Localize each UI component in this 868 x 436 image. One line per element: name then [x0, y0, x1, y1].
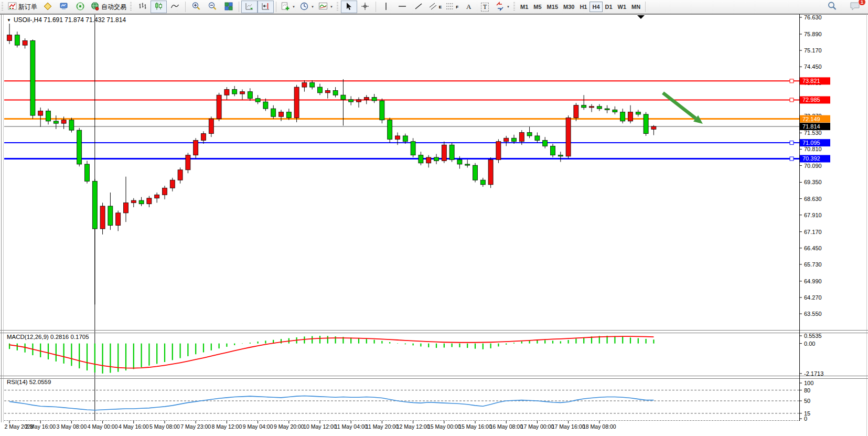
toolbar-gripper[interactable] [130, 2, 132, 12]
timeframe-button-m1[interactable]: M1 [518, 2, 531, 12]
candle-body [77, 130, 82, 164]
new-order-button[interactable]: 新订单 [6, 1, 39, 13]
dropdown-caret[interactable]: ▼ [330, 5, 333, 8]
candle-body [465, 164, 470, 165]
indicators-button[interactable]: ▼ [316, 1, 335, 13]
candle-body [333, 91, 338, 95]
chart-shift-button[interactable] [258, 1, 274, 13]
timeframe-button-h4[interactable]: H4 [590, 2, 602, 12]
chart-title-text: USOil-,H4 71.691 71.874 71.432 71.814 [14, 16, 126, 24]
price-tick-label: 67.910 [804, 212, 822, 218]
dropdown-caret[interactable]: ▼ [507, 5, 510, 8]
candle-body [124, 203, 128, 212]
price-tick-label: 74.450 [804, 63, 822, 70]
candlestick-chart-button[interactable] [151, 1, 167, 13]
candle-body [457, 159, 462, 164]
text-label-tool-button[interactable]: T [477, 1, 493, 13]
cursor-tool-button[interactable] [341, 1, 357, 13]
rsi-indicator-label: RSI(14) 52.0559 [7, 379, 51, 385]
vertical-line-tool-button[interactable] [378, 1, 394, 13]
time-tick-label: 18 May 08:00 [583, 423, 616, 430]
timeframe-button-d1[interactable]: D1 [603, 2, 615, 12]
candle-body [411, 142, 415, 155]
candle-body [620, 112, 625, 121]
candle-body [372, 97, 377, 100]
chart-area[interactable]: 76.63075.89075.17074.45073.73073.01072.2… [0, 14, 868, 436]
search-button[interactable] [824, 1, 840, 13]
text-tool-button[interactable]: A [460, 1, 477, 13]
timeframe-button-mn[interactable]: MN [629, 2, 643, 12]
line-chart-button[interactable] [167, 1, 183, 13]
toolbar-gripper[interactable] [2, 2, 3, 12]
notifications-button[interactable]: 1 [846, 1, 863, 13]
timeframe-button-w1[interactable]: W1 [615, 2, 629, 12]
hline-handle[interactable] [790, 141, 794, 145]
vertical-line-icon [382, 2, 390, 12]
timeframe-button-h1[interactable]: H1 [577, 2, 590, 12]
bar-chart-button[interactable] [134, 1, 151, 13]
hline-handle[interactable] [790, 98, 794, 102]
new-order-label: 新订单 [18, 3, 37, 12]
time-tick-label: 10 May 12:00 [303, 423, 337, 430]
time-tick-label: 15 May 00:00 [427, 423, 461, 430]
arrows-tool-icon [495, 2, 505, 13]
time-tick-label: 17 May 16:00 [552, 423, 585, 430]
hline-handle[interactable] [790, 157, 794, 161]
tile-windows-button[interactable] [220, 1, 237, 13]
candle-body [131, 200, 136, 203]
dropdown-caret[interactable]: ▼ [311, 5, 314, 8]
timeframe-button-m30[interactable]: M30 [561, 2, 577, 12]
indicators-icon [318, 2, 328, 13]
timeframe-button-m15[interactable]: M15 [544, 2, 561, 12]
candle-body [496, 142, 501, 160]
strategy-tester-icon [59, 2, 69, 13]
price-tick-label: 69.350 [804, 179, 822, 185]
autotrading-button[interactable]: 自动交易 [88, 1, 128, 13]
new-chart-button[interactable]: ▼ [278, 1, 297, 13]
chart-title: ▼ USOil-,H4 71.691 71.874 71.432 71.814 [7, 16, 126, 24]
toolbar-gripper[interactable] [513, 2, 515, 12]
candle-body [535, 136, 540, 141]
trendline-tool-button[interactable] [411, 1, 427, 13]
dropdown-caret[interactable]: ▼ [292, 5, 295, 8]
tile-windows-icon [224, 2, 233, 13]
candle-body [566, 118, 571, 156]
toolbar-gripper[interactable] [337, 2, 338, 12]
candle-body [434, 157, 439, 161]
candle-body [512, 138, 517, 141]
candle-body [582, 105, 586, 108]
chart-menu-arrow-icon[interactable]: ▼ [7, 18, 11, 23]
crosshair-tool-button[interactable] [357, 1, 373, 13]
candle-body [263, 102, 268, 109]
zoom-out-button[interactable] [204, 1, 220, 13]
auto-scroll-button[interactable] [241, 1, 258, 13]
fibonacci-tool-button[interactable]: F [444, 1, 460, 13]
candle-body [209, 119, 213, 134]
strategy-tester-button[interactable] [56, 1, 72, 13]
price-tick-label: 64.270 [804, 294, 822, 301]
candle-body [480, 180, 485, 185]
candle-body [15, 35, 19, 45]
zoom-in-button[interactable] [188, 1, 204, 13]
candle-body [178, 170, 183, 180]
metaeditor-button[interactable] [39, 1, 56, 13]
candle-body [403, 136, 408, 142]
equidistant-channel-icon [429, 2, 437, 12]
candle-body [644, 114, 648, 134]
horizontal-line-tool-button[interactable] [394, 1, 411, 13]
time-tick-label: 4 May 00:00 [88, 423, 118, 430]
candle-body [271, 109, 276, 116]
data-window-button[interactable] [72, 1, 88, 13]
price-tick-label: 68.630 [804, 196, 822, 202]
timeframe-button-m5[interactable]: M5 [531, 2, 544, 12]
channel-tool-button[interactable]: E [427, 1, 444, 13]
candle-body [186, 155, 190, 170]
candle-body [294, 87, 299, 118]
candle-body [651, 126, 656, 129]
arrows-tool-button[interactable]: ▼ [493, 1, 512, 13]
candle-body [38, 111, 43, 115]
candle-body [163, 188, 167, 195]
periods-button[interactable]: ▼ [297, 1, 316, 13]
time-tick-label: 4 May 16:00 [119, 423, 149, 430]
hline-handle[interactable] [790, 79, 794, 83]
